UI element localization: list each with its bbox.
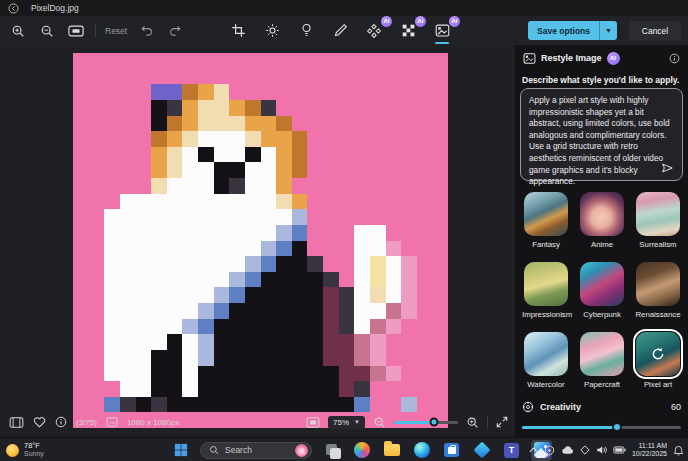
fit-to-window-icon[interactable] (306, 417, 320, 428)
weather-temp: 78°F (24, 442, 44, 450)
style-card-fantasy[interactable]: Fantasy (522, 192, 570, 249)
onedrive-cloud-icon[interactable] (561, 446, 574, 455)
zoom-level-value: 75% (333, 418, 349, 427)
start-button[interactable] (170, 440, 191, 461)
editing-canvas: (3/75) 1080 x 1080px 75% ▼ (0, 45, 515, 437)
zoom-slider[interactable] (394, 421, 458, 424)
dev-app-button[interactable] (471, 440, 492, 461)
photo-status-bar: (3/75) 1080 x 1080px (9, 414, 179, 430)
describe-label: Describe what style you'd like to apply. (522, 75, 679, 85)
copilot-icon (354, 442, 370, 458)
sun-weather-icon (6, 444, 19, 457)
favorite-icon[interactable] (33, 416, 46, 428)
chevron-down-icon: ▼ (354, 419, 360, 425)
fullscreen-icon[interactable] (496, 416, 508, 428)
style-card-anime[interactable]: Anime (578, 192, 626, 249)
notifications-bell-icon[interactable] (673, 445, 684, 456)
creativity-slider[interactable] (522, 422, 681, 432)
style-thumbnail[interactable] (580, 332, 624, 376)
battery-icon[interactable] (613, 446, 626, 454)
zoom-controls: 75% ▼ (306, 414, 508, 430)
weather-condition: Sunny (24, 450, 44, 458)
style-card-pixel-art[interactable]: Pixel art (634, 332, 682, 389)
reset-button[interactable]: Reset (105, 26, 127, 36)
copilot-button[interactable] (351, 440, 372, 461)
redo-icon[interactable] (165, 21, 185, 41)
restyle-panel-header: Restyle Image AI (515, 48, 688, 68)
teams-button[interactable]: T (501, 440, 522, 461)
photos-app-window: PixelDog.jpg Reset AI AI AI Save options (0, 0, 688, 461)
erase-tool-icon[interactable]: AI (364, 21, 384, 41)
taskbar-search[interactable]: Search (200, 442, 312, 459)
regenerate-icon[interactable] (650, 346, 666, 362)
creativity-row: Creativity 60 (522, 400, 681, 414)
style-card-papercraft[interactable]: Papercraft (578, 332, 626, 389)
creativity-icon (522, 401, 534, 413)
dimensions-icon (106, 417, 118, 427)
send-icon[interactable] (661, 162, 674, 174)
file-explorer-button[interactable] (381, 440, 402, 461)
file-name: PixelDog.jpg (31, 3, 79, 13)
teams-icon: T (504, 443, 519, 458)
search-highlight-image[interactable] (295, 444, 308, 457)
style-thumbnail-selected[interactable] (636, 332, 680, 376)
tray-chevron-up-icon[interactable] (529, 447, 538, 453)
weather-widget[interactable]: 78°FSunny (6, 438, 44, 461)
style-thumbnail[interactable] (524, 192, 568, 236)
restyle-tool-icon[interactable]: AI (432, 21, 452, 41)
editor-toolbar: Reset AI AI AI Save options ▼ Cancel (0, 16, 688, 45)
zoom-in-magnifier-icon[interactable] (466, 416, 479, 429)
filmstrip-icon[interactable] (9, 417, 24, 428)
ai-badge: AI (448, 15, 461, 28)
zoom-fit-icon[interactable] (66, 21, 86, 41)
diamond-tray-icon[interactable] (580, 445, 590, 455)
zoom-slider-thumb[interactable] (429, 418, 438, 427)
clock-time: 11:11 AM (632, 442, 667, 450)
style-card-renaissance[interactable]: Renaissance (634, 262, 682, 319)
style-thumbnail[interactable] (524, 332, 568, 376)
filter-tool-icon[interactable] (296, 21, 316, 41)
taskbar-clock[interactable]: 11:11 AM 10/22/2025 (632, 442, 667, 458)
creativity-slider-thumb[interactable] (612, 422, 622, 432)
style-card-surrealism[interactable]: Surrealism (634, 192, 682, 249)
microsoft-store-button[interactable] (441, 440, 462, 461)
style-thumbnail[interactable] (636, 262, 680, 306)
windows-taskbar: 78°FSunny Search T 11 (0, 437, 688, 461)
zoom-out-magnifier-icon[interactable] (373, 416, 386, 429)
style-thumbnail[interactable] (580, 262, 624, 306)
save-options-button[interactable]: Save options ▼ (528, 21, 617, 40)
adjust-tool-icon[interactable] (262, 21, 282, 41)
crop-tool-icon[interactable] (228, 21, 248, 41)
background-tool-icon[interactable]: AI (398, 21, 418, 41)
style-thumbnail[interactable] (524, 262, 568, 306)
zoom-level-dropdown[interactable]: 75% ▼ (328, 416, 365, 429)
zoom-out-icon[interactable] (37, 21, 57, 41)
photo-counter: (3/75) (76, 418, 97, 427)
ai-badge: AI (607, 52, 620, 65)
ai-badge: AI (380, 15, 393, 28)
edge-button[interactable] (411, 440, 432, 461)
save-options-dropdown[interactable]: ▼ (600, 21, 617, 40)
ai-badge: AI (414, 15, 427, 28)
info-icon[interactable] (55, 416, 67, 428)
style-card-cyberpunk[interactable]: Cyberpunk (578, 262, 626, 319)
undo-icon[interactable] (136, 21, 156, 41)
system-tray: 11:11 AM 10/22/2025 (529, 438, 684, 461)
style-card-impressionism[interactable]: Impressionism (522, 262, 570, 319)
pixel-dog-image[interactable] (73, 53, 448, 428)
restyle-icon (523, 52, 536, 65)
style-thumbnail[interactable] (580, 192, 624, 236)
task-view-button[interactable] (321, 440, 342, 461)
style-prompt-input[interactable]: Apply a pixel art style with highly impr… (520, 88, 683, 181)
panel-info-icon[interactable] (669, 53, 680, 64)
image-dimensions: 1080 x 1080px (127, 418, 180, 427)
security-hexagon-icon[interactable] (544, 445, 555, 456)
style-thumbnail[interactable] (636, 192, 680, 236)
markup-tool-icon[interactable] (330, 21, 350, 41)
volume-icon[interactable] (596, 445, 607, 455)
microsoft-store-icon (444, 443, 459, 457)
back-icon[interactable] (8, 3, 19, 14)
cancel-button[interactable]: Cancel (629, 21, 681, 40)
style-card-watercolor[interactable]: Watercolor (522, 332, 570, 389)
zoom-in-icon[interactable] (8, 21, 28, 41)
